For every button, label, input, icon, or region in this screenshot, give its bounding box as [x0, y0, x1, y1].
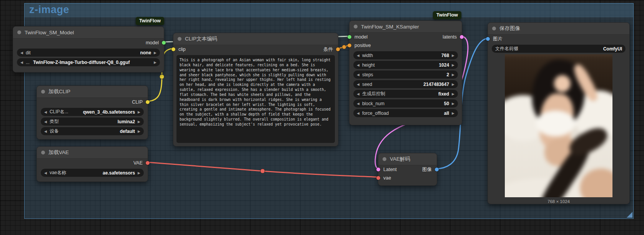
decrement-icon[interactable]: ◀: [357, 73, 359, 77]
input-slot-clip[interactable]: [171, 47, 175, 51]
increment-icon[interactable]: ▶: [138, 110, 140, 114]
increment-icon[interactable]: ▶: [138, 120, 140, 124]
decrement-icon[interactable]: ◀: [20, 60, 23, 64]
node-load-clip[interactable]: 加载CLIP CLIP ◀ CLIP名... qwen_3_4b.safeten…: [37, 86, 148, 139]
node-save-image[interactable]: 保存图像 图片 文件名前缀 ComfyUI: [488, 22, 630, 204]
widget-value: 1024: [439, 62, 449, 68]
output-slot-latents[interactable]: [460, 35, 464, 39]
decrement-icon[interactable]: ◀: [357, 102, 359, 106]
node-graph-canvas[interactable]: z-image TwinFlow TwinFlow TwinFlow_SM_Mo…: [0, 0, 644, 235]
decrement-icon[interactable]: ◀: [44, 110, 47, 114]
input-slot-positive[interactable]: [348, 44, 351, 47]
node-title-bar[interactable]: 保存图像: [488, 23, 629, 35]
widget-label: dit: [26, 50, 31, 55]
increment-icon[interactable]: ▶: [452, 82, 454, 86]
decrement-icon[interactable]: ◀: [357, 54, 359, 57]
output-slot-vae[interactable]: [146, 161, 150, 165]
widget-value: 2147483647: [423, 82, 449, 87]
collapse-dot-icon[interactable]: [492, 27, 496, 30]
widget-clip-name[interactable]: ◀ CLIP名... qwen_3_4b.safetensors ▶: [41, 108, 144, 116]
node-load-vae[interactable]: 加载VAE VAE ◀ vae名称 ae.safetensors ▶: [37, 146, 148, 182]
increment-icon[interactable]: ▶: [452, 102, 454, 106]
group-resize-handle[interactable]: [627, 212, 632, 218]
input-slot-vae[interactable]: [376, 176, 380, 180]
collapse-dot-icon[interactable]: [178, 37, 181, 41]
widget-value: ae.safetensors: [103, 170, 135, 176]
input-slot-model[interactable]: [348, 35, 351, 39]
decrement-icon[interactable]: ◀: [357, 82, 359, 86]
widget-control-after-generate[interactable]: ◀ 生成后控制 fixed ▶: [353, 90, 458, 98]
widget-vae-name[interactable]: ◀ vae名称 ae.safetensors ▶: [41, 169, 144, 177]
widget-value: TwinFlow-Z-Image-Turbo-diffuser-Q8_0.ggu…: [33, 60, 151, 65]
input-slot-latent[interactable]: [376, 168, 380, 171]
input-label-latent: Latent: [383, 167, 397, 172]
node-twinflow-sm-model[interactable]: TwinFlow_SM_Model model ◀ dit none ▶ ◀ .…: [13, 26, 164, 72]
node-title-bar[interactable]: TwinFlow_SM_KSampler: [349, 21, 462, 33]
decrement-icon[interactable]: ◀: [20, 51, 23, 55]
widget-filename-prefix[interactable]: 文件名前缀 ComfyUI: [492, 45, 626, 53]
widget-gguf-file[interactable]: ◀ ... TwinFlow-Z-Image-Turbo-diffuser-Q8…: [17, 58, 160, 66]
node-title-bar[interactable]: CLIP文本编码: [173, 33, 338, 45]
output-label-clip: CLIP: [132, 99, 143, 105]
preview-resolution-caption: 768 × 1024: [488, 199, 629, 204]
increment-icon[interactable]: ▶: [452, 73, 454, 77]
collapse-dot-icon[interactable]: [41, 90, 45, 94]
widget-steps[interactable]: ◀ steps 2 ▶: [353, 70, 458, 79]
decrement-icon[interactable]: ◀: [44, 120, 47, 124]
slot-row: 图片: [488, 35, 629, 43]
decrement-icon[interactable]: ◀: [44, 171, 47, 175]
increment-icon[interactable]: ▶: [138, 171, 140, 175]
node-title-bar[interactable]: 加载CLIP: [37, 86, 148, 98]
widget-width[interactable]: ◀ width 768 ▶: [353, 51, 458, 59]
slot-row: vae: [378, 174, 437, 182]
node-badge-twinflow: TwinFlow: [136, 17, 164, 25]
increment-icon[interactable]: ▶: [154, 60, 156, 64]
input-label-clip: clip: [178, 47, 186, 52]
widget-label: force_offload: [362, 111, 389, 116]
collapse-dot-icon[interactable]: [17, 30, 21, 34]
increment-icon[interactable]: ▶: [452, 54, 454, 57]
node-title-bar[interactable]: VAE解码: [378, 153, 437, 165]
decrement-icon[interactable]: ◀: [357, 92, 359, 96]
widget-block-num[interactable]: ◀ block_num 50 ▶: [353, 99, 458, 107]
slot-row: CLIP: [37, 98, 148, 106]
group-title: z-image: [29, 4, 69, 16]
increment-icon[interactable]: ▶: [452, 92, 454, 96]
collapse-dot-icon[interactable]: [383, 157, 386, 161]
node-vae-decode[interactable]: VAE解码 Latent 图像 vae: [378, 153, 437, 186]
collapse-dot-icon[interactable]: [41, 151, 45, 154]
widget-device[interactable]: ◀ 设备 default ▶: [41, 127, 144, 135]
widget-value: all: [444, 111, 449, 116]
widget-height[interactable]: ◀ height 1024 ▶: [353, 61, 458, 69]
node-title: 保存图像: [499, 25, 520, 32]
increment-icon[interactable]: ▶: [138, 129, 140, 133]
output-slot-image[interactable]: [435, 168, 439, 171]
widget-force-offload[interactable]: ◀ force_offload all ▶: [353, 109, 458, 117]
increment-icon[interactable]: ▶: [452, 63, 454, 67]
collapse-dot-icon[interactable]: [354, 25, 358, 29]
slot-row: positive: [349, 41, 462, 50]
node-twinflow-sm-ksampler[interactable]: TwinFlow_SM_KSampler model latents posit…: [349, 20, 462, 125]
slot-row: model: [13, 39, 164, 47]
widget-value: fixed: [438, 91, 449, 97]
decrement-icon[interactable]: ◀: [44, 129, 47, 133]
output-slot-model[interactable]: [162, 41, 166, 45]
group-title-bar[interactable]: [25, 3, 633, 17]
widget-label: block_num: [362, 101, 384, 106]
output-slot-condition[interactable]: [336, 47, 340, 51]
node-title-bar[interactable]: TwinFlow_SM_Model: [13, 27, 164, 39]
output-slot-clip[interactable]: [146, 100, 150, 104]
widget-type[interactable]: ◀ 类型 lumina2 ▶: [41, 118, 144, 126]
increment-icon[interactable]: ▶: [452, 111, 454, 115]
input-slot-picture[interactable]: [486, 37, 490, 41]
node-clip-text-encode[interactable]: CLIP文本编码 clip 条件 This is a photograph of…: [173, 33, 338, 146]
increment-icon[interactable]: ▶: [154, 51, 156, 55]
prompt-textarea[interactable]: This is a photograph of an Asian woman w…: [176, 55, 335, 143]
widget-seed[interactable]: ◀ seed 2147483647 ▶: [353, 80, 458, 88]
decrement-icon[interactable]: ◀: [357, 111, 359, 115]
slot-row: VAE: [37, 159, 148, 167]
widget-dit[interactable]: ◀ dit none ▶: [17, 49, 160, 57]
decrement-icon[interactable]: ◀: [357, 63, 359, 67]
node-title-bar[interactable]: 加载VAE: [37, 147, 148, 159]
widget-label: steps: [362, 72, 373, 77]
